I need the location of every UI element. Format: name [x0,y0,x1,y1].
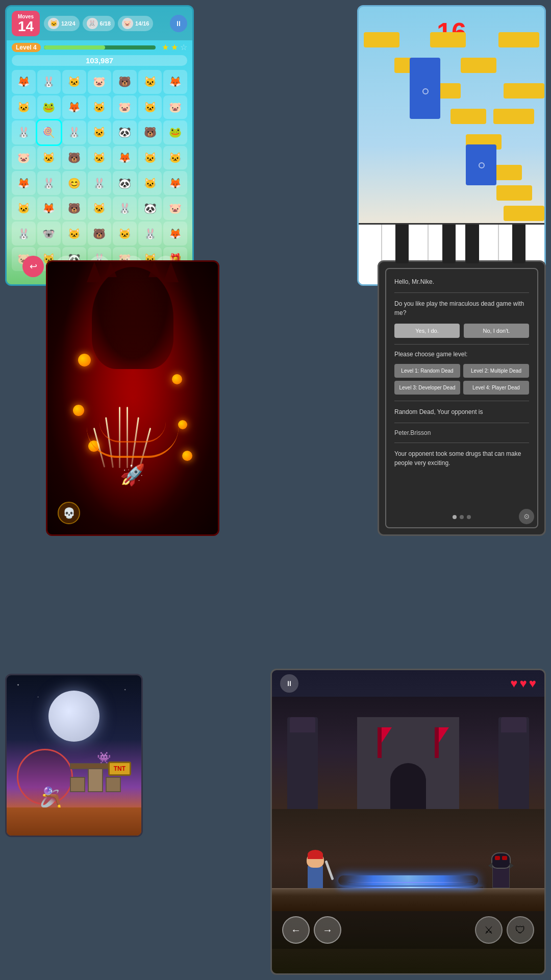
spike-4 [148,262,161,277]
cell[interactable]: 🐱 [88,95,112,119]
match3-header: Moves 14 🐱 12/24 🐰 6/18 🐷 14/16 ⏸ [7,7,192,40]
cell[interactable]: 🐻 [113,70,137,94]
action-controls-bar: ← → ⚔ 🛡 [272,911,544,949]
cell[interactable]: 🐱 [62,70,86,94]
game-panel-shooter: 🚀 💀 [46,260,219,536]
level-buttons-grid: Level 1: Random Dead Level 2: Multiple D… [394,364,529,395]
level-btn-3[interactable]: Level 3: Developer Dead [394,381,460,395]
tile-gold-3[interactable] [498,32,539,47]
spike-2 [105,262,117,277]
cell[interactable]: 🐻 [62,146,86,170]
move-back-button[interactable]: ← [282,916,310,944]
tile-gold-2[interactable] [430,32,466,47]
cell[interactable]: 🐻 [62,197,86,220]
cell[interactable]: 🐨 [37,222,61,246]
drug-text: Your opponent took some drugs that can m… [394,449,529,468]
cell[interactable]: 🐱 [88,120,112,144]
cell[interactable]: 🐱 [88,146,112,170]
counter-rabbits: 🐰 6/18 [83,16,115,31]
cell[interactable]: 🐰 [138,222,162,246]
cell[interactable]: 🦊 [62,95,86,119]
level-btn-2[interactable]: Level 2: Multiple Dead [463,364,529,378]
tile-gold-8[interactable] [450,109,486,124]
piano-key-black-2[interactable] [442,225,456,263]
piano-key-black-3[interactable] [465,225,479,263]
tile-gold-1[interactable] [364,32,399,47]
cell[interactable]: 🐱 [12,197,36,220]
cell[interactable]: 🐱 [138,95,162,119]
cell[interactable]: 🐱 [12,95,36,119]
cell[interactable]: 🐰 [62,120,86,144]
cell[interactable]: 🦊 [113,146,137,170]
skill-button[interactable]: 💀 [58,502,80,524]
cell[interactable]: 🐻 [138,120,162,144]
action-header: ⏸ ♥ ♥ ♥ [272,670,544,697]
score-display: 103,987 [12,55,187,66]
cell[interactable]: 🐷 [163,197,187,220]
yes-button[interactable]: Yes, I do. [394,324,460,338]
tile-gold-7[interactable] [504,83,544,99]
cell[interactable]: 🐰 [12,222,36,246]
piano-key-black-4[interactable] [512,225,525,263]
cell[interactable]: 🐼 [138,197,162,220]
cell[interactable]: 🦊 [163,222,187,246]
no-button[interactable]: No, I don't. [464,324,529,338]
cell[interactable]: 🦊 [37,197,61,220]
cell[interactable]: 🐰 [88,171,112,195]
cell[interactable]: 🐷 [88,70,112,94]
boss-enemy [77,262,189,395]
cell-highlighted[interactable]: 🍭 [37,120,61,144]
cell[interactable]: 🐱 [138,70,162,94]
pause-button[interactable]: ⏸ [170,15,187,32]
cell[interactable]: 🐱 [138,146,162,170]
cell[interactable]: 🦊 [163,70,187,94]
cell[interactable]: 🐱 [88,197,112,220]
cell[interactable]: 🐱 [138,171,162,195]
moves-value: 14 [17,19,35,34]
cell[interactable]: 🐱 [113,222,137,246]
cell[interactable]: 🐻 [88,222,112,246]
divider-2 [394,344,529,345]
cell[interactable]: 🐱 [163,146,187,170]
level-btn-1[interactable]: Level 1: Random Dead [394,364,460,378]
divider-5 [394,443,529,443]
cell[interactable]: 🐷 [163,95,187,119]
move-forward-button[interactable]: → [314,916,341,944]
cell[interactable]: 🐼 [113,171,137,195]
cell[interactable]: 🐰 [12,120,36,144]
level-btn-4[interactable]: Level 4: Player Dead [463,381,529,395]
cell[interactable]: 🐸 [37,95,61,119]
cell[interactable]: 😊 [62,171,86,195]
cell[interactable]: 🐱 [62,222,86,246]
sword-button[interactable]: ⚔ [475,916,503,944]
tile-gold-13[interactable] [504,206,544,221]
piano-key-black-1[interactable] [395,225,409,263]
orb-4 [178,420,187,429]
match3-grid[interactable]: 🦊 🐰 🐱 🐷 🐻 🐱 🦊 🐱 🐸 🦊 🐱 🐷 🐱 🐷 🐰 🍭 🐰 🐱 🐼 🐻 … [9,67,190,274]
cell[interactable]: 🐰 [37,70,61,94]
divider-3 [394,401,529,401]
shield-action-button[interactable]: 🛡 [507,916,534,944]
cell[interactable]: 🦊 [12,171,36,195]
block-3 [106,777,121,792]
cell[interactable]: 🐷 [12,146,36,170]
castle-background [272,697,544,809]
cell[interactable]: 🐰 [113,197,137,220]
cat-icon: 🐱 [48,18,59,29]
cell[interactable]: 🦊 [163,171,187,195]
divider-4 [394,423,529,423]
tile-gold-5[interactable] [461,58,496,73]
cell[interactable]: 🦊 [12,70,36,94]
cell[interactable]: 🐸 [163,120,187,144]
cell[interactable]: 🐱 [37,146,61,170]
opponent-label: Random Dead, Your opponent is [394,407,529,416]
cell[interactable]: 🐷 [113,95,137,119]
falling-tiles-area[interactable] [359,22,544,223]
cell[interactable]: 🐰 [37,171,61,195]
cell[interactable]: 🐼 [113,120,137,144]
tile-gold-9[interactable] [493,109,534,124]
settings-icon[interactable]: ⚙ [519,509,534,524]
action-pause-button[interactable]: ⏸ [280,674,298,693]
tile-gold-12[interactable] [496,185,532,201]
back-button[interactable]: ↩ [22,256,44,277]
